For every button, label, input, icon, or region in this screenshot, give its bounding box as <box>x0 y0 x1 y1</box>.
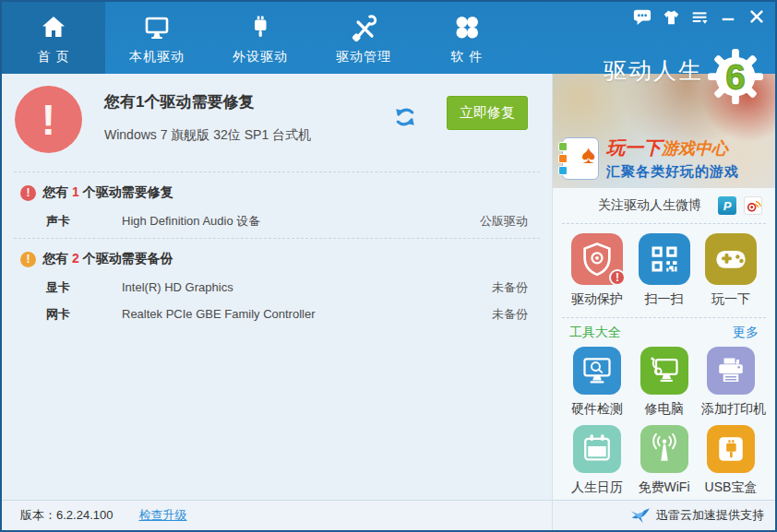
tab-software[interactable]: 软 件 <box>415 2 519 74</box>
sponsor-label: 迅雷云加速提供支持 <box>656 507 764 524</box>
backup-count: 2 <box>68 251 83 266</box>
warning-icon-orange: ! <box>20 252 36 267</box>
device-name: Realtek PCIe GBE Family Controller <box>122 307 492 321</box>
app-play-games[interactable]: 玩一下 <box>701 233 760 308</box>
version-label: 版本：6.2.24.100 <box>20 507 113 524</box>
app-calendar[interactable]: 人生日历 <box>568 425 627 496</box>
nav-tabs: 首 页 本机驱动 外设驱动 <box>2 2 519 74</box>
usb-plug-icon <box>246 12 274 43</box>
gear-logo-icon: 6 <box>707 48 764 105</box>
tencent-weibo-icon[interactable]: P <box>718 196 736 215</box>
alert-exclamation-icon: ! <box>15 86 82 153</box>
app-fix-computer[interactable]: 修电脑 <box>635 347 694 418</box>
tab-label: 首 页 <box>38 49 70 65</box>
navbar: 首 页 本机驱动 外设驱动 <box>2 2 775 74</box>
tab-label: 外设驱动 <box>233 49 288 65</box>
driver-status-panel: ! 您有1个驱动需要修复 Windows 7 旗舰版 32位 SP1 台式机 <box>2 74 552 530</box>
banner-title-part2: 游戏中心 <box>662 139 728 158</box>
warning-icon-red: ! <box>20 185 36 201</box>
repair-count: 1 <box>68 184 83 199</box>
shortcuts-row: ! 驱动保护 扫一扫 <box>553 224 775 313</box>
weibo-label: 关注驱动人生微博 <box>598 197 701 214</box>
device-type: 显卡 <box>46 279 122 296</box>
banner-text: 玩一下游戏中心 汇聚各类好玩的游戏 <box>606 136 739 181</box>
check-upgrade-link[interactable]: 检查升级 <box>138 507 186 524</box>
usb-box-icon <box>707 425 755 473</box>
tools-title: 工具大全 <box>569 325 621 341</box>
blue-square <box>558 166 568 175</box>
backup-section-title: 您有2个驱动需要备份 <box>42 251 173 267</box>
repair-section-title: 您有1个驱动需要修复 <box>42 184 173 201</box>
driver-row[interactable]: 网卡 Realtek PCIe GBE Family Controller 未备… <box>2 301 552 327</box>
fix-now-button[interactable]: 立即修复 <box>447 96 528 130</box>
app-window: 首 页 本机驱动 外设驱动 <box>0 0 777 532</box>
gamepad-icon <box>705 233 757 285</box>
tab-peripheral-drivers[interactable]: 外设驱动 <box>209 2 312 74</box>
xunlei-bird-icon <box>630 507 651 524</box>
orange-square <box>558 154 568 163</box>
device-status: 公版驱动 <box>480 213 528 230</box>
driver-row[interactable]: 显卡 Intel(R) HD Graphics 未备份 <box>2 274 552 301</box>
app-scan-qr[interactable]: 扫一扫 <box>635 233 694 308</box>
clover-icon <box>453 12 481 43</box>
repair-section: ! 您有1个驱动需要修复 声卡 High Definition Audio 设备… <box>2 172 552 238</box>
app-usb-box[interactable]: USB宝盒 <box>701 425 760 496</box>
app-label: 免费WiFi <box>635 479 694 496</box>
alert-summary: ! 您有1个驱动需要修复 Windows 7 旗舰版 32位 SP1 台式机 <box>2 74 552 171</box>
app-label: 硬件检测 <box>568 401 627 418</box>
backup-section: ! 您有2个驱动需要备份 显卡 Intel(R) HD Graphics 未备份… <box>2 239 552 331</box>
app-hardware-check[interactable]: 硬件检测 <box>568 347 627 418</box>
calendar-icon <box>573 425 621 473</box>
tab-local-drivers[interactable]: 本机驱动 <box>105 2 209 74</box>
device-status: 未备份 <box>492 279 528 296</box>
app-label: 人生日历 <box>568 479 627 496</box>
rescan-icon[interactable] <box>392 104 418 130</box>
home-icon <box>40 12 67 43</box>
banner-title-part1: 玩一下 <box>606 137 662 158</box>
tools-icon <box>350 12 377 43</box>
sina-weibo-icon[interactable] <box>744 196 762 215</box>
menu-icon[interactable] <box>688 7 711 26</box>
spade-card-icon: ♠ <box>562 137 599 180</box>
banner-subtitle: 汇聚各类好玩的游戏 <box>606 163 739 181</box>
app-driver-protect[interactable]: ! 驱动保护 <box>568 233 627 308</box>
system-info: Windows 7 旗舰版 32位 SP1 台式机 <box>104 127 311 144</box>
minimize-icon[interactable] <box>717 7 739 26</box>
driver-row[interactable]: 声卡 High Definition Audio 设备 公版驱动 <box>2 207 552 234</box>
app-label: 扫一扫 <box>635 291 694 308</box>
app-logo: 驱动人生 6 <box>604 35 764 105</box>
app-label: 玩一下 <box>701 291 760 308</box>
backup-section-header: ! 您有2个驱动需要备份 <box>2 247 552 274</box>
device-type: 网卡 <box>46 306 122 323</box>
tab-label: 软 件 <box>451 49 484 65</box>
feedback-icon[interactable] <box>631 7 653 26</box>
tools-row-1: 硬件检测 修电脑 <box>553 343 775 423</box>
tab-home[interactable]: 首 页 <box>2 2 105 74</box>
monitor-stethoscope-icon <box>640 347 688 395</box>
monitor-magnifier-icon <box>573 347 621 395</box>
device-type: 声卡 <box>46 213 122 230</box>
tools-row-2: 人生日历 免费WiFi <box>553 423 775 502</box>
more-link[interactable]: 更多 <box>733 325 759 341</box>
app-label: USB宝盒 <box>701 479 760 496</box>
alert-texts: 您有1个驱动需要修复 Windows 7 旗舰版 32位 SP1 台式机 <box>104 86 311 144</box>
app-label: 驱动保护 <box>568 291 627 308</box>
weibo-row: 关注驱动人生微博 P <box>553 188 775 223</box>
wifi-antenna-icon <box>640 425 688 473</box>
sponsor-bar: 迅雷云加速提供支持 <box>553 500 775 530</box>
device-name: Intel(R) HD Graphics <box>122 280 492 294</box>
tools-header: 工具大全 更多 <box>553 318 775 343</box>
repair-section-header: ! 您有1个驱动需要修复 <box>2 181 552 207</box>
tab-label: 本机驱动 <box>129 49 185 65</box>
banner-content: ♠ 玩一下游戏中心 汇聚各类好玩的游戏 <box>562 136 739 181</box>
app-add-printer[interactable]: 添加打印机 <box>701 347 760 418</box>
skin-icon[interactable] <box>660 7 682 26</box>
tab-driver-management[interactable]: 驱动管理 <box>312 2 415 74</box>
app-free-wifi[interactable]: 免费WiFi <box>635 425 694 496</box>
alert-badge: ! <box>609 269 626 286</box>
logo-badge: 6 <box>725 57 746 97</box>
close-icon[interactable] <box>746 7 768 26</box>
device-status: 未备份 <box>492 306 528 323</box>
tab-label: 驱动管理 <box>336 49 391 65</box>
spade-glyph: ♠ <box>581 142 595 168</box>
